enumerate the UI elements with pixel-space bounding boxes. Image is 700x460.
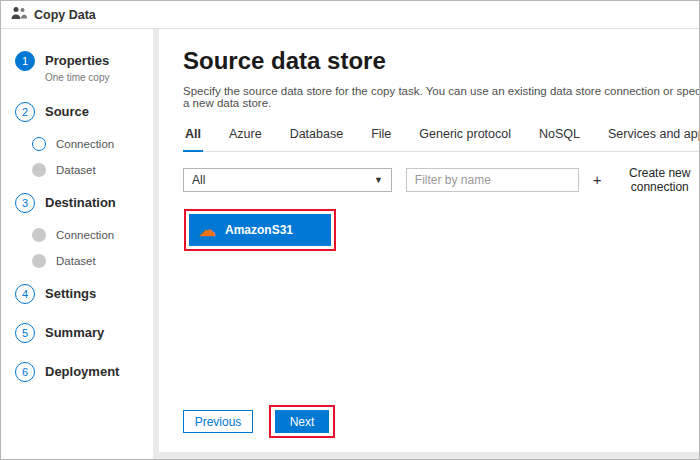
page-subtitle: Specify the source data store for the co… — [183, 85, 700, 109]
step-label: Source — [45, 102, 89, 122]
window-title: Copy Data — [34, 8, 96, 22]
category-dropdown-value: All — [192, 173, 205, 187]
window-header: Copy Data — [1, 1, 699, 29]
tab-database[interactable]: Database — [288, 121, 346, 151]
connection-list: ☁ AmazonS31 — [183, 194, 700, 405]
substep-label: Connection — [56, 229, 114, 241]
category-tabs: All Azure Database File Generic protocol… — [183, 121, 700, 152]
step-label: Destination — [45, 193, 116, 213]
substep-destination-dataset[interactable]: Dataset — [32, 254, 145, 268]
sidebar-step-destination[interactable]: 3 Destination — [15, 193, 145, 213]
filter-toolbar: All ▼ + Create new connection — [183, 166, 700, 194]
substep-current-indicator — [32, 137, 46, 151]
amazon-s3-icon: ☁ — [199, 222, 216, 239]
connection-tile-amazons31[interactable]: ☁ AmazonS31 — [189, 214, 331, 246]
substep-source-dataset[interactable]: Dataset — [32, 163, 145, 177]
step-label: Settings — [45, 284, 96, 304]
step-label: Properties — [45, 51, 109, 71]
step-label: Deployment — [45, 362, 119, 382]
substep-pending-indicator — [32, 254, 46, 268]
substep-label: Dataset — [56, 164, 96, 176]
substep-pending-indicator — [32, 228, 46, 242]
sidebar-step-properties[interactable]: 1 Properties One time copy — [15, 51, 145, 83]
tab-file[interactable]: File — [369, 121, 393, 151]
substep-label: Connection — [56, 138, 114, 150]
previous-button[interactable]: Previous — [183, 410, 253, 433]
sidebar-step-summary[interactable]: 5 Summary — [15, 323, 145, 343]
annotation-box-next: Next — [269, 405, 335, 438]
step-2-indicator: 2 — [15, 102, 35, 122]
copy-data-icon — [11, 6, 27, 24]
tab-nosql[interactable]: NoSQL — [537, 121, 582, 151]
wizard-steps-sidebar: 1 Properties One time copy 2 Source Conn… — [1, 29, 153, 459]
create-new-connection-button[interactable]: + Create new connection — [593, 166, 700, 194]
wizard-footer: Previous Next — [183, 405, 700, 438]
step-1-indicator: 1 — [15, 51, 35, 71]
step-label: Summary — [45, 323, 104, 343]
connection-name: AmazonS31 — [225, 223, 293, 237]
tab-generic-protocol[interactable]: Generic protocol — [417, 121, 513, 151]
step-6-indicator: 6 — [15, 362, 35, 382]
annotation-box-connection: ☁ AmazonS31 — [184, 209, 336, 251]
substep-source-connection[interactable]: Connection — [32, 137, 145, 151]
substep-destination-connection[interactable]: Connection — [32, 228, 145, 242]
tab-services-and-apps[interactable]: Services and apps — [606, 121, 700, 151]
chevron-down-icon: ▼ — [374, 175, 383, 185]
create-new-connection-label: Create new connection — [607, 166, 700, 194]
tab-all[interactable]: All — [183, 121, 203, 152]
filter-by-name-input[interactable] — [406, 168, 579, 192]
category-dropdown[interactable]: All ▼ — [183, 168, 392, 192]
substep-label: Dataset — [56, 255, 96, 267]
sidebar-step-settings[interactable]: 4 Settings — [15, 284, 145, 304]
main-panel: Source data store Specify the source dat… — [159, 29, 700, 452]
tab-azure[interactable]: Azure — [227, 121, 264, 151]
step-3-indicator: 3 — [15, 193, 35, 213]
step-4-indicator: 4 — [15, 284, 35, 304]
copy-data-window: Copy Data 1 Properties One time copy 2 S… — [0, 0, 700, 460]
substep-pending-indicator — [32, 163, 46, 177]
next-button[interactable]: Next — [275, 410, 329, 433]
sidebar-step-deployment[interactable]: 6 Deployment — [15, 362, 145, 382]
sidebar-step-source[interactable]: 2 Source — [15, 102, 145, 122]
plus-icon: + — [593, 174, 602, 186]
step-5-indicator: 5 — [15, 323, 35, 343]
step-sublabel: One time copy — [45, 72, 109, 83]
page-title: Source data store — [183, 47, 700, 75]
